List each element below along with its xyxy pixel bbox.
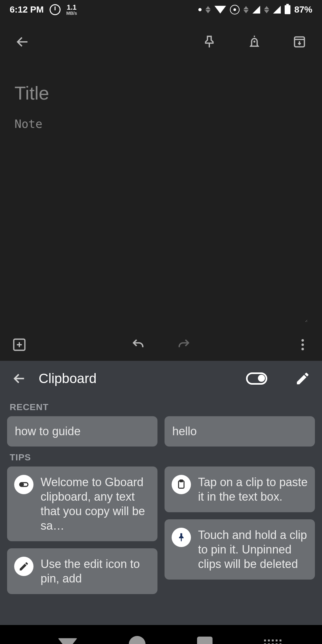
tip-edit[interactable]: Use the edit icon to pin, add — [7, 548, 157, 594]
hotspot-icon — [230, 5, 240, 14]
data-arrows-icon-3 — [264, 6, 269, 13]
svg-point-2 — [301, 339, 304, 342]
note-editor — [0, 64, 322, 329]
tip-text: Touch and hold a clip to pin it. Unpinne… — [198, 528, 308, 571]
clipboard-header: Clipboard — [0, 361, 322, 396]
tip-welcome[interactable]: Welcome to Gboard clipboard, any text th… — [7, 466, 157, 541]
status-bar: 6:12 PM 1.1 MB/s 87% — [0, 0, 322, 19]
reminder-button[interactable] — [245, 32, 264, 52]
clip-item[interactable]: how to guide — [7, 416, 157, 447]
tips-grid: Welcome to Gboard clipboard, any text th… — [0, 466, 322, 594]
editor-bottom-toolbar — [0, 329, 322, 361]
add-button[interactable] — [10, 335, 29, 354]
pin-button[interactable] — [200, 32, 219, 52]
more-options-button[interactable] — [293, 335, 312, 354]
clipboard-edit-button[interactable] — [293, 369, 312, 388]
archive-button[interactable] — [290, 32, 309, 52]
tip-text: Welcome to Gboard clipboard, any text th… — [41, 475, 150, 533]
tip-text: Tap on a clip to paste it in the text bo… — [198, 475, 308, 504]
back-button[interactable] — [13, 32, 32, 52]
signal-icon-1 — [252, 6, 260, 14]
tip-text: Use the edit icon to pin, add — [41, 557, 150, 586]
recent-section-label: RECENT — [0, 396, 322, 416]
pencil-icon — [14, 557, 33, 576]
nav-recent-button[interactable] — [197, 637, 213, 644]
redo-button[interactable] — [174, 335, 193, 354]
note-body-input[interactable] — [14, 117, 308, 322]
clipboard-toggle[interactable] — [246, 372, 267, 385]
network-speed: 1.1 MB/s — [66, 4, 77, 15]
app-top-bar — [0, 19, 322, 64]
pin-icon — [172, 528, 191, 547]
data-arrows-icon-2 — [243, 6, 249, 13]
clip-item[interactable]: hello — [165, 416, 315, 447]
dot-icon — [198, 8, 202, 11]
data-arrows-icon — [205, 6, 211, 13]
svg-point-6 — [21, 483, 24, 486]
clipboard-title: Clipboard — [39, 371, 240, 386]
nav-back-button[interactable] — [58, 638, 77, 644]
battery-percent: 87% — [294, 5, 312, 15]
svg-point-4 — [301, 348, 304, 351]
nav-home-button[interactable] — [129, 636, 146, 644]
clipboard-panel: Clipboard RECENT how to guide hello TIPS… — [0, 361, 322, 625]
status-time: 6:12 PM — [10, 5, 44, 15]
utorrent-icon — [50, 4, 61, 15]
clipboard-icon — [172, 475, 191, 494]
tip-tap[interactable]: Tap on a clip to paste it in the text bo… — [165, 466, 315, 512]
system-nav-bar — [0, 625, 322, 644]
nav-keyboard-button[interactable] — [264, 639, 280, 644]
svg-point-3 — [301, 343, 304, 346]
tips-section-label: TIPS — [0, 447, 322, 466]
tip-hold[interactable]: Touch and hold a clip to pin it. Unpinne… — [165, 519, 315, 580]
wifi-icon — [214, 6, 226, 14]
toggle-icon — [14, 475, 33, 494]
undo-button[interactable] — [129, 335, 148, 354]
signal-icon-2 — [273, 6, 281, 14]
clipboard-back-button[interactable] — [10, 369, 29, 388]
title-input[interactable] — [14, 82, 308, 104]
recent-clips: how to guide hello — [0, 416, 322, 447]
battery-icon — [285, 5, 290, 14]
